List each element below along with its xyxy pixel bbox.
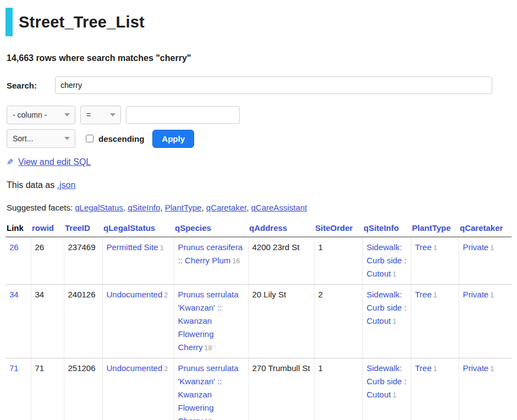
- filter-column-select[interactable]: - column -: [7, 106, 75, 124]
- column-header-qAddress: qAddress: [248, 221, 314, 237]
- sort-by-qSpecies-link[interactable]: qSpecies: [175, 223, 211, 233]
- sort-by-qCaretaker-link[interactable]: qCaretaker: [460, 223, 503, 233]
- facet-value-link[interactable]: Prunus serrulata 'Kwanzan' :: Kwanzan Fl…: [178, 290, 239, 352]
- facet-link-qCareAssistant[interactable]: qCareAssistant: [251, 203, 307, 212]
- facet-value-link[interactable]: Tree: [415, 363, 432, 373]
- column-header-qSiteInfo: qSiteInfo: [362, 221, 411, 237]
- cell-qSpecies: Prunus cerasifera :: Cherry Plum16: [174, 237, 248, 285]
- sort-by-TreeID-link[interactable]: TreeID: [65, 223, 90, 233]
- suggested-facets-row: Suggested facets: qLegalStatus, qSiteInf…: [7, 203, 512, 212]
- cell-qSpecies: Prunus serrulata 'Kwanzan' :: Kwanzan Fl…: [174, 285, 248, 358]
- cell-qCaretaker: Private1: [459, 237, 512, 285]
- facet-value-link[interactable]: Tree: [415, 290, 432, 299]
- search-label: Search:: [7, 81, 55, 90]
- facet-value-link[interactable]: Prunus serrulata 'Kwanzan' :: Kwanzan Fl…: [178, 363, 239, 420]
- sort-select[interactable]: Sort...: [7, 129, 75, 148]
- table-row: 3434240126Undocumented2Prunus serrulata …: [6, 285, 512, 358]
- descending-label: descending: [98, 134, 144, 143]
- facet-count: 1: [433, 365, 437, 373]
- filter-operator-select[interactable]: =: [80, 106, 121, 124]
- facet-count: 1: [490, 365, 494, 373]
- column-header-SiteOrder: SiteOrder: [314, 221, 362, 237]
- facet-value-link[interactable]: Private: [463, 242, 489, 252]
- sort-by-SiteOrder-link[interactable]: SiteOrder: [315, 223, 353, 233]
- cell-PlantType: Tree1: [411, 237, 459, 285]
- search-input[interactable]: [55, 76, 492, 94]
- facet-link-qCaretaker[interactable]: qCaretaker: [206, 203, 246, 212]
- facet-value-link[interactable]: Sidewalk: Curb side : Cutout: [367, 363, 407, 399]
- cell-rowid: 26: [31, 237, 64, 285]
- facet-count: 1: [160, 244, 164, 252]
- sort-by-qSiteInfo-link[interactable]: qSiteInfo: [364, 223, 399, 233]
- apply-button[interactable]: Apply: [152, 130, 194, 148]
- cell-rowid: 71: [31, 358, 64, 420]
- cell-qLegalStatus: Undocumented2: [102, 285, 174, 358]
- sql-link-row: ✎ View and edit SQL: [7, 157, 512, 167]
- facet-value-link[interactable]: Sidewalk: Curb side : Cutout: [367, 242, 407, 278]
- sort-by-PlantType-link[interactable]: PlantType: [412, 223, 451, 233]
- sort-by-rowid-link[interactable]: rowid: [32, 223, 54, 233]
- cell-qAddress: 270 Trumbull St: [248, 358, 314, 420]
- facet-value-link[interactable]: Permitted Site: [107, 242, 158, 252]
- facet-count: 2: [164, 365, 168, 373]
- facet-link-PlantType[interactable]: PlantType: [165, 203, 202, 212]
- accent-bar: [6, 8, 13, 36]
- facets-prefix: Suggested facets:: [7, 203, 75, 212]
- facet-count: 1: [490, 244, 494, 252]
- facet-count: 18: [205, 344, 212, 352]
- row-link[interactable]: 26: [9, 242, 19, 252]
- json-link[interactable]: .json: [57, 180, 76, 190]
- cell-qCaretaker: Private1: [459, 358, 512, 420]
- facet-value-link[interactable]: Tree: [415, 242, 432, 252]
- cell-Link: 71: [6, 358, 31, 420]
- column-header-PlantType: PlantType: [411, 221, 459, 237]
- facet-links: qLegalStatus, qSiteInfo, PlantType, qCar…: [75, 203, 307, 212]
- facet-value-link[interactable]: Undocumented: [107, 363, 163, 373]
- facet-count: 1: [393, 318, 397, 325]
- cell-qAddress: 4200 23rd St: [248, 237, 314, 285]
- facet-link-qLegalStatus[interactable]: qLegalStatus: [75, 203, 123, 212]
- cell-SiteOrder: 1: [314, 237, 362, 285]
- cell-TreeID: 240126: [64, 285, 102, 358]
- descending-checkbox[interactable]: [86, 135, 94, 142]
- facet-count: 1: [490, 291, 494, 299]
- facet-count: 2: [164, 291, 168, 299]
- sort-by-qLegalStatus-link[interactable]: qLegalStatus: [103, 223, 155, 233]
- data-export-row: This data as .json: [7, 180, 512, 190]
- facet-count: 16: [232, 257, 240, 265]
- search-form: Search:: [7, 76, 512, 94]
- cell-qLegalStatus: Undocumented2: [102, 358, 174, 420]
- cell-qLegalStatus: Permitted Site1: [102, 237, 174, 285]
- column-header-qSpecies: qSpecies: [174, 221, 248, 237]
- facet-value-link[interactable]: Private: [463, 363, 489, 373]
- filter-value-input[interactable]: [126, 106, 240, 124]
- view-edit-sql-link[interactable]: View and edit SQL: [18, 157, 91, 167]
- cell-qSiteInfo: Sidewalk: Curb side : Cutout1: [362, 358, 411, 420]
- cell-qSiteInfo: Sidewalk: Curb side : Cutout1: [362, 285, 411, 358]
- table-row: 7171251206Undocumented2Prunus serrulata …: [6, 358, 512, 420]
- facet-value-link[interactable]: Private: [463, 290, 489, 299]
- facet-count: 1: [433, 244, 437, 252]
- cell-PlantType: Tree1: [411, 358, 459, 420]
- filter-form: - column - =: [7, 106, 512, 124]
- cell-SiteOrder: 2: [314, 285, 362, 358]
- facet-value-link[interactable]: Sidewalk: Curb side : Cutout: [367, 290, 407, 325]
- cell-SiteOrder: 1: [314, 358, 362, 420]
- row-link[interactable]: 71: [9, 363, 19, 373]
- row-count-summary: 14,663 rows where search matches "cherry…: [7, 53, 512, 63]
- column-header-qCaretaker: qCaretaker: [459, 221, 512, 237]
- cell-PlantType: Tree1: [411, 285, 459, 358]
- cell-qCaretaker: Private1: [459, 285, 512, 358]
- facet-value-link[interactable]: Undocumented: [107, 290, 163, 299]
- cell-rowid: 34: [31, 285, 64, 358]
- cell-Link: 26: [6, 237, 31, 285]
- row-link[interactable]: 34: [9, 290, 19, 299]
- column-header-Link: Link: [6, 221, 31, 237]
- column-header-qLegalStatus: qLegalStatus: [102, 221, 174, 237]
- table-row: 2626237469Permitted Site1Prunus cerasife…: [6, 237, 512, 285]
- cell-qAddress: 20 Lily St: [248, 285, 314, 358]
- sort-by-qAddress-link[interactable]: qAddress: [249, 223, 287, 233]
- facet-link-qSiteInfo[interactable]: qSiteInfo: [128, 203, 160, 212]
- cell-qSpecies: Prunus serrulata 'Kwanzan' :: Kwanzan Fl…: [174, 358, 248, 420]
- facet-count: 18: [205, 418, 212, 420]
